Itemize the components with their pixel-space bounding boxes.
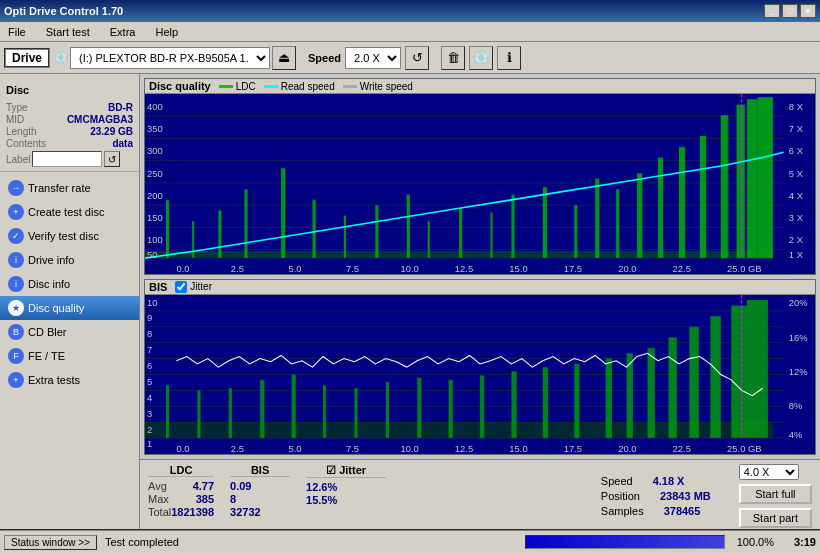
erase-button[interactable]: 🗑: [441, 46, 465, 70]
svg-text:250: 250: [147, 168, 163, 179]
svg-text:5: 5: [147, 376, 152, 387]
svg-rect-17: [428, 221, 430, 258]
jitter-legend-label: Jitter: [190, 281, 212, 292]
sidebar-item-extra-tests[interactable]: + Extra tests: [0, 368, 139, 392]
drive-eject-button[interactable]: ⏏: [272, 46, 296, 70]
refresh-button[interactable]: ↺: [405, 46, 429, 70]
sidebar-item-label: FE / TE: [28, 350, 65, 362]
svg-rect-25: [637, 173, 642, 258]
sidebar-item-disc-info[interactable]: i Disc info: [0, 272, 139, 296]
start-part-button[interactable]: Start part: [739, 508, 812, 528]
svg-rect-85: [606, 359, 612, 439]
speed-label: Speed: [308, 52, 341, 64]
svg-rect-11: [244, 189, 247, 258]
svg-rect-13: [313, 200, 316, 258]
svg-rect-91: [731, 306, 747, 439]
sidebar-item-cd-bler[interactable]: B CD Bler: [0, 320, 139, 344]
svg-rect-78: [386, 382, 389, 438]
action-panel: 4.0 X2.0 X8.0 X Start full Start part: [739, 464, 812, 527]
menu-file[interactable]: File: [4, 24, 30, 40]
svg-text:5.0: 5.0: [288, 263, 301, 274]
svg-text:50: 50: [147, 249, 157, 260]
chart-section: Disc quality LDC Read speed Write speed: [140, 74, 820, 459]
jitter-checkbox[interactable]: [175, 281, 187, 293]
sidebar-item-label: CD Bler: [28, 326, 67, 338]
speed-select[interactable]: 4.0 X2.0 X8.0 X: [739, 464, 799, 480]
speed-dropdown[interactable]: 2.0 X 4.0 X 8.0 X: [345, 47, 401, 69]
sidebar-item-label: Create test disc: [28, 206, 104, 218]
menu-extra[interactable]: Extra: [106, 24, 140, 40]
disc-mid-label: MID: [6, 114, 24, 125]
svg-rect-88: [668, 337, 676, 438]
read-speed-legend: Read speed: [264, 81, 335, 92]
sidebar-item-disc-quality[interactable]: ★ Disc quality: [0, 296, 139, 320]
svg-rect-73: [229, 388, 232, 438]
disc-info-section: Type BD-R MID CMCMAGBA3 Length 23.29 GB …: [0, 98, 139, 172]
ldc-total-value: 1821398: [171, 506, 214, 518]
sidebar-item-verify-test-disc[interactable]: ✓ Verify test disc: [0, 224, 139, 248]
menu-help[interactable]: Help: [151, 24, 182, 40]
position-row: Position 23843 MB: [601, 490, 711, 502]
sidebar-item-drive-info[interactable]: i Drive info: [0, 248, 139, 272]
sidebar-item-create-test-disc[interactable]: + Create test disc: [0, 200, 139, 224]
minimize-button[interactable]: _: [764, 4, 780, 18]
svg-text:7: 7: [147, 344, 152, 355]
ldc-avg-row: Avg 4.77: [148, 480, 214, 492]
bottom-chart-svg: 20% 16% 12% 8% 4% 10 9 8 7 6 5 4 3: [145, 295, 815, 454]
jitter-col-header: ☑ Jitter: [306, 464, 386, 478]
svg-text:12.5: 12.5: [455, 443, 473, 454]
maximize-button[interactable]: □: [782, 4, 798, 18]
create-test-disc-icon: +: [8, 204, 24, 220]
svg-text:3 X: 3 X: [789, 212, 804, 223]
svg-text:20%: 20%: [789, 297, 808, 308]
bis-max-value: 8: [230, 493, 236, 505]
jitter-avg-value: 12.6%: [306, 481, 337, 493]
sidebar-item-label: Transfer rate: [28, 182, 91, 194]
svg-text:2: 2: [147, 424, 152, 435]
sidebar-item-label: Disc info: [28, 278, 70, 290]
svg-rect-20: [511, 195, 514, 259]
top-chart-wrapper: Disc quality LDC Read speed Write speed: [144, 78, 816, 275]
cd-bler-icon: B: [8, 324, 24, 340]
sidebar-item-transfer-rate[interactable]: → Transfer rate: [0, 176, 139, 200]
svg-text:5.0: 5.0: [288, 443, 301, 454]
stats-ldc-column: LDC Avg 4.77 Max 385 Total 1821398: [148, 464, 214, 527]
burn-button[interactable]: 💿: [469, 46, 493, 70]
svg-text:1 X: 1 X: [789, 249, 804, 260]
status-window-button[interactable]: Status window >>: [4, 535, 97, 550]
write-speed-legend-label: Write speed: [360, 81, 413, 92]
svg-rect-21: [543, 187, 547, 258]
svg-text:10.0: 10.0: [400, 263, 418, 274]
svg-rect-26: [658, 158, 663, 259]
bottom-chart-title: BIS: [149, 281, 167, 293]
ldc-col-header: LDC: [148, 464, 214, 477]
disc-length-value: 23.29 GB: [90, 126, 133, 137]
sidebar-item-fe-te[interactable]: F FE / TE: [0, 344, 139, 368]
svg-rect-82: [511, 371, 516, 438]
svg-text:1: 1: [147, 438, 152, 449]
svg-rect-12: [281, 168, 285, 258]
disc-type-label: Type: [6, 102, 28, 113]
verify-test-disc-icon: ✓: [8, 228, 24, 244]
start-full-button[interactable]: Start full: [739, 484, 812, 504]
svg-text:9: 9: [147, 312, 152, 323]
svg-rect-23: [595, 179, 599, 258]
svg-text:100: 100: [147, 234, 163, 245]
drive-icon: 💿: [54, 51, 68, 64]
svg-text:17.5: 17.5: [564, 443, 582, 454]
close-button[interactable]: ×: [800, 4, 816, 18]
menu-start-test[interactable]: Start test: [42, 24, 94, 40]
stats-right: Speed 4.18 X Position 23843 MB Samples 3…: [601, 464, 711, 527]
jitter-avg-row: 12.6%: [306, 481, 386, 493]
jitter-max-row: 15.5%: [306, 494, 386, 506]
ldc-max-row: Max 385: [148, 493, 214, 505]
info-button[interactable]: ℹ: [497, 46, 521, 70]
ldc-legend: LDC: [219, 81, 256, 92]
sidebar-item-label: Extra tests: [28, 374, 80, 386]
disc-label-input[interactable]: [32, 151, 102, 167]
stats-bar: LDC Avg 4.77 Max 385 Total 1821398 BIS: [140, 459, 820, 529]
svg-text:20.0: 20.0: [618, 263, 636, 274]
drive-dropdown[interactable]: (I:) PLEXTOR BD-R PX-B9505A 1.04: [70, 47, 270, 69]
disc-label-button[interactable]: ↺: [104, 151, 120, 167]
svg-text:16%: 16%: [789, 332, 808, 343]
